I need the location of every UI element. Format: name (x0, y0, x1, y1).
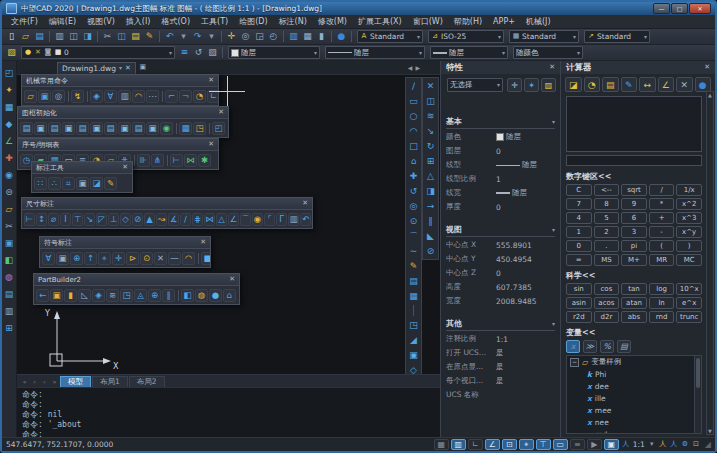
preview-icon[interactable]: ◫ (67, 30, 80, 43)
calculator-input-field[interactable] (566, 155, 702, 166)
property-row[interactable]: 高度 607.7385 (446, 280, 555, 294)
auto-annotate-icon[interactable]: 人 (659, 438, 667, 451)
caret-down-icon[interactable]: ▾ (177, 30, 190, 43)
tool-icon[interactable]: ⋯ (146, 90, 159, 103)
tool-icon[interactable]: ⊳ (126, 252, 139, 265)
property-row[interactable]: 图层 0 (446, 144, 555, 158)
tool-icon[interactable]: ⊞ (425, 155, 437, 167)
paste-to-commandline-icon[interactable]: ▤ (602, 77, 619, 92)
tool-icon[interactable]: ◔ (193, 90, 206, 103)
zoom-window-icon[interactable]: ◲ (253, 30, 266, 43)
layout-tab[interactable]: 布局1 (92, 376, 128, 387)
zoom-realtime-icon[interactable]: ◎ (239, 30, 252, 43)
clean-screen-icon[interactable]: ⊡ (692, 438, 700, 451)
distance-between-points-icon[interactable]: ↔ (639, 77, 656, 92)
variable-row[interactable]: k Phi (567, 368, 701, 380)
scroll-down-icon[interactable]: ▼ (708, 428, 712, 434)
selection-dropdown[interactable]: 无选择▾ (447, 78, 503, 92)
calc-key[interactable]: = (566, 254, 592, 266)
menu-item[interactable]: 文件(F) (6, 16, 43, 27)
calc-key[interactable]: M+ (621, 254, 647, 266)
calc-key[interactable]: 0 (566, 240, 592, 252)
calc-key[interactable]: ) (676, 240, 702, 252)
layout-nav-icon[interactable]: « (20, 378, 29, 385)
tool-icon[interactable]: △ (425, 170, 437, 182)
tool-icon[interactable]: ↘ (425, 125, 437, 137)
tool-icon[interactable]: ▦ (179, 122, 192, 135)
property-row[interactable]: 中心点 X 555.8901 (446, 238, 555, 252)
clear-history-icon[interactable]: ◔ (584, 77, 601, 92)
calc-key[interactable]: 1 (566, 226, 592, 238)
table-style-dropdown[interactable]: ▦Standard▾ (509, 30, 579, 43)
polar-toggle[interactable]: ∠ (485, 439, 500, 450)
toolbar-titlebar[interactable]: 符号标注 ✕ (40, 237, 210, 249)
floating-toolbar[interactable]: 尺寸标注 ✕ ⊢↕⌀I⊤↘◸⊥◇⊘▲↝∡∕⋕⋈△∠⌒◉⌜Γ▥↶ (21, 197, 313, 229)
tool-icon[interactable]: ⌗ (62, 177, 75, 190)
tool-icon[interactable]: ⌖ (98, 252, 111, 265)
calc-key[interactable]: e^x (676, 297, 702, 309)
calc-help-icon[interactable]: ● (695, 77, 712, 92)
pickadd-toggle-icon[interactable]: ✛ (507, 78, 522, 92)
calc-key[interactable]: 2 (594, 226, 620, 238)
floating-toolbar[interactable]: 符号标注 ✕ ∀▣⊕↑⌖✛⊳⊙✕—◠■ (39, 236, 211, 268)
close-icon[interactable]: ✕ (704, 64, 710, 71)
tool-icon[interactable]: ⋈ (184, 154, 197, 167)
scientific-section-title[interactable]: 科学<< (566, 270, 710, 281)
tool-icon[interactable]: ▣ (146, 122, 159, 135)
tool-icon[interactable]: ✎ (408, 260, 420, 272)
toolbar-titlebar[interactable]: 标注工具 ✕ (32, 162, 132, 174)
close-button[interactable]: ✕ (689, 3, 711, 14)
calc-key[interactable]: / (649, 184, 675, 196)
tool-icon[interactable]: ◳ (120, 289, 133, 302)
tool-icon[interactable]: ◇ (408, 364, 420, 374)
cycle-toggle[interactable]: ▶ (587, 439, 602, 450)
variable-row[interactable]: x nee (567, 416, 701, 428)
tool-icon[interactable]: ◇ (120, 213, 131, 226)
tool-icon[interactable]: ⋈ (204, 213, 215, 226)
tool-icon[interactable]: ○ (408, 110, 420, 122)
tool-icon[interactable]: ◬ (134, 289, 147, 302)
tool-icon[interactable]: ↘ (84, 213, 95, 226)
zoom-previous-icon[interactable]: ◴ (267, 30, 280, 43)
calc-key[interactable]: . (594, 240, 620, 252)
intersection-icon[interactable]: ✕ (676, 77, 693, 92)
title-bar[interactable]: 中望CAD 2020 | Drawing1.dwg主图幅 标准 图幅 - ( 绘… (2, 2, 715, 15)
menu-item[interactable]: 工具(T) (196, 16, 233, 27)
tool-icon[interactable]: ▤ (3, 288, 15, 300)
tab-scroll-right-icon[interactable]: ▶ (415, 64, 420, 71)
tool-icon[interactable]: ◳ (193, 122, 206, 135)
tool-icon[interactable]: ▱ (24, 90, 37, 103)
menu-item[interactable]: 机械(J) (521, 16, 556, 27)
make-object-layer-current-icon[interactable]: ≡ (178, 46, 191, 59)
tool-icon[interactable]: ◸ (96, 213, 107, 226)
calc-key[interactable]: acos (594, 297, 620, 309)
toolbar-titlebar[interactable]: 图框初始化 ✕ (18, 107, 228, 119)
linetype-dropdown[interactable]: 随层▾ (325, 46, 425, 59)
tool-icon[interactable]: ▲ (144, 213, 155, 226)
calc-key[interactable]: log (649, 283, 675, 295)
settings-gear-icon[interactable]: ⚙ (681, 438, 689, 451)
calc-key[interactable]: d2r (594, 311, 620, 323)
tool-icon[interactable]: ∀ (42, 252, 55, 265)
tool-icon[interactable]: ▭ (408, 95, 420, 107)
open-icon[interactable]: ▱ (19, 30, 32, 43)
tool-icon[interactable]: ◧ (181, 289, 194, 302)
tool-icon[interactable]: ▣ (62, 122, 75, 135)
grid-toggle[interactable]: ▥ (451, 439, 466, 450)
variable-row[interactable]: x rad (567, 428, 701, 434)
tool-icon[interactable]: ↝ (156, 213, 167, 226)
tool-icon[interactable]: ∀ (104, 90, 117, 103)
drawing-canvas[interactable]: Drawing1.dwg▾ ✕ ▣ ◀▶ 机械常用命令 ✕ ▱▣◎↯◈∀▥◠⋯⌐… (17, 61, 440, 374)
select-objects-icon[interactable]: ✦ (524, 78, 539, 92)
new-icon[interactable]: ▯ (5, 30, 18, 43)
calc-key[interactable]: 1/x (676, 184, 702, 196)
tool-icon[interactable]: ↕ (36, 213, 47, 226)
close-icon[interactable]: ✕ (208, 77, 214, 84)
calc-key[interactable]: pi (621, 240, 647, 252)
return-to-input-icon[interactable]: ▤ (617, 340, 631, 353)
tool-icon[interactable]: ≋ (425, 110, 437, 122)
tool-icon[interactable]: ▥ (3, 305, 15, 317)
tool-icon[interactable]: ▤ (48, 122, 61, 135)
close-icon[interactable]: ✕ (229, 276, 235, 283)
tool-icon[interactable]: ▥ (118, 90, 131, 103)
